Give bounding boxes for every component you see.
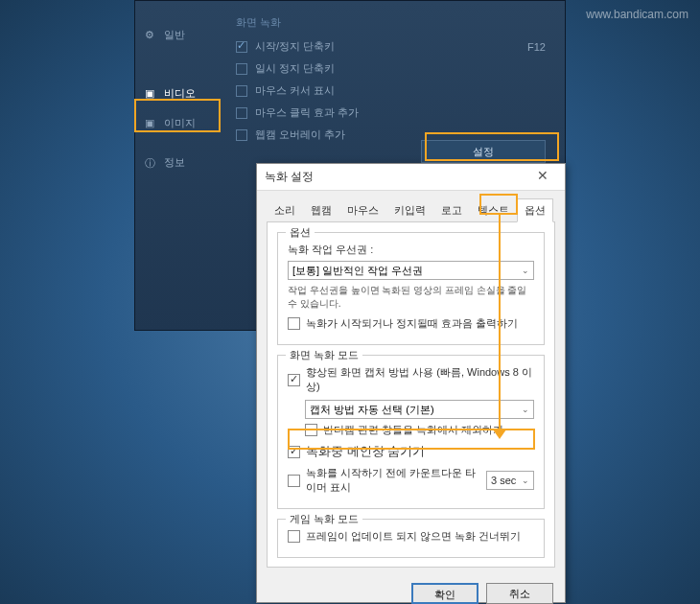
checkbox-icon[interactable] <box>288 475 300 487</box>
row-skip-frames[interactable]: 프레임이 업데이트 되지 않으면 녹화 건너뛰기 <box>288 529 534 544</box>
ok-button[interactable]: 확인 <box>411 583 478 604</box>
row-hide-main[interactable]: 녹화중 메인창 숨기기 <box>288 443 534 460</box>
sidebar-item-general[interactable]: ⚙ 일반 <box>135 20 217 50</box>
section-title: 화면 녹화 <box>236 15 546 30</box>
video-icon: ▣ <box>145 87 158 101</box>
row-cursor[interactable]: 마우스 커서 표시 <box>236 83 546 98</box>
group-options: 옵션 녹화 작업 우선권 : [보통] 일반적인 작업 우선권 ⌄ 작업 우선권… <box>277 232 545 345</box>
arrow-head-icon <box>493 430 506 439</box>
dialog-titlebar: 녹화 설정 ✕ <box>257 164 565 191</box>
priority-select[interactable]: [보통] 일반적인 작업 우선권 ⌄ <box>288 261 534 280</box>
row-enhanced[interactable]: 향상된 화면 캡처 방법 사용 (빠름, Windows 8 이상) <box>288 365 534 394</box>
row-click-effect[interactable]: 마우스 클릭 효과 추가 <box>236 105 546 120</box>
checkbox-icon[interactable] <box>236 63 247 75</box>
dialog-body: 소리 웹캠 마우스 키입력 로고 텍스트 옵션 옵션 녹화 작업 우선권 : [… <box>257 191 565 575</box>
tabs: 소리 웹캠 마우스 키입력 로고 텍스트 옵션 <box>267 198 555 222</box>
arrow-line <box>499 215 501 435</box>
checkbox-icon[interactable] <box>288 530 300 543</box>
sidebar-item-label: 일반 <box>164 28 185 42</box>
checkbox-icon[interactable] <box>236 107 247 119</box>
row-countdown[interactable]: 녹화를 시작하기 전에 카운트다운 타이머 표시 3 sec ⌄ <box>288 466 534 495</box>
info-icon: ⓘ <box>145 156 158 170</box>
tab-mouse[interactable]: 마우스 <box>339 198 386 221</box>
dialog-buttons: 확인 취소 <box>257 575 565 604</box>
main-content: 화면 녹화 시작/정지 단축키 F12 일시 정지 단축키 마우스 커서 표시 … <box>217 1 565 164</box>
group-title: 게임 녹화 모드 <box>286 512 362 526</box>
sidebar: ⚙ 일반 ▣ FPS ▣ 비디오 ▣ 이미지 ⓘ 정보 <box>135 1 217 330</box>
sidebar-item-label: 비디오 <box>164 86 196 101</box>
sidebar-item-label: 정보 <box>164 155 185 170</box>
image-icon: ▣ <box>145 117 158 130</box>
group-game-mode: 게임 녹화 모드 프레임이 업데이트 되지 않으면 녹화 건너뛰기 <box>277 519 545 558</box>
tab-webcam[interactable]: 웹캠 <box>303 198 339 221</box>
tab-keyinput[interactable]: 키입력 <box>386 198 433 221</box>
cancel-button[interactable]: 취소 <box>486 583 553 604</box>
checkbox-icon[interactable] <box>288 317 300 330</box>
row-pause[interactable]: 일시 정지 단축키 <box>236 61 546 76</box>
checkbox-icon[interactable] <box>288 374 300 386</box>
row-start-stop[interactable]: 시작/정지 단축키 F12 <box>236 39 546 54</box>
checkbox-icon[interactable] <box>236 129 247 141</box>
group-title: 옵션 <box>286 225 315 240</box>
sidebar-item-video[interactable]: ▣ 비디오 <box>135 79 217 108</box>
sidebar-item-info[interactable]: ⓘ 정보 <box>135 148 217 177</box>
chevron-down-icon: ⌄ <box>522 266 529 275</box>
tab-options[interactable]: 옵션 <box>517 198 553 222</box>
close-icon[interactable]: ✕ <box>528 168 557 187</box>
tab-content: 옵션 녹화 작업 우선권 : [보통] 일반적인 작업 우선권 ⌄ 작업 우선권… <box>267 222 555 568</box>
row-sound-effect[interactable]: 녹화가 시작되거나 정지될때 효과음 출력하기 <box>288 316 534 331</box>
sidebar-item-label: 이미지 <box>164 116 196 130</box>
tab-sound[interactable]: 소리 <box>267 198 303 221</box>
sidebar-item-image[interactable]: ▣ 이미지 <box>135 108 217 138</box>
settings-button[interactable]: 설정 <box>421 140 546 163</box>
gear-icon: ⚙ <box>145 29 158 42</box>
priority-help: 작업 우선권을 높이면 녹화된 영상의 프레임 손실을 줄일 수 있습니다. <box>288 284 534 311</box>
chevron-down-icon: ⌄ <box>522 476 529 485</box>
watermark: www.bandicam.com <box>586 8 688 21</box>
tab-logo[interactable]: 로고 <box>433 198 470 221</box>
checkbox-icon[interactable] <box>236 41 247 53</box>
countdown-select[interactable]: 3 sec ⌄ <box>486 471 534 490</box>
tab-text[interactable]: 텍스트 <box>470 198 517 221</box>
checkbox-icon[interactable] <box>288 446 300 458</box>
dialog-title: 녹화 설정 <box>265 169 528 185</box>
recording-settings-dialog: 녹화 설정 ✕ 소리 웹캠 마우스 키입력 로고 텍스트 옵션 옵션 녹화 작업… <box>256 163 566 603</box>
chevron-down-icon: ⌄ <box>522 405 529 414</box>
priority-label: 녹화 작업 우선권 : <box>288 243 534 257</box>
checkbox-icon[interactable] <box>236 85 247 97</box>
checkbox-icon[interactable] <box>305 424 317 436</box>
group-title: 화면 녹화 모드 <box>286 348 362 362</box>
